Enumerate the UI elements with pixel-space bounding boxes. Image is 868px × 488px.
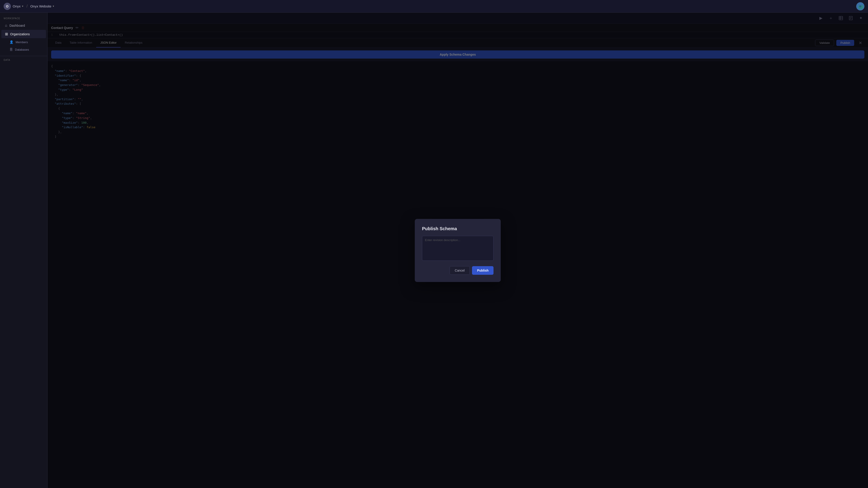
- topbar: O Onyx ▼ / Onyx Website ▼: [0, 0, 868, 13]
- home-icon: ⌂: [5, 24, 7, 28]
- org-avatar[interactable]: O: [4, 3, 11, 10]
- modal-overlay: Publish Schema Cancel Publish: [48, 13, 868, 488]
- org-name: Onyx: [13, 4, 21, 8]
- sidebar: WORKSPACE ⌂ Dashboard ⊞ Organizations 👤 …: [0, 13, 48, 488]
- main-layout: WORKSPACE ⌂ Dashboard ⊞ Organizations 👤 …: [0, 13, 868, 488]
- topbar-org[interactable]: Onyx ▼: [13, 4, 24, 8]
- members-label: Members: [16, 40, 28, 44]
- modal-title: Publish Schema: [422, 226, 494, 231]
- databases-icon: 🗄: [9, 48, 13, 51]
- sidebar-item-members[interactable]: 👤 Members: [1, 38, 46, 46]
- sidebar-item-organizations[interactable]: ⊞ Organizations: [1, 30, 46, 38]
- members-icon: 👤: [9, 40, 13, 44]
- user-avatar[interactable]: [856, 2, 864, 10]
- revision-description-input[interactable]: [422, 236, 494, 261]
- sidebar-divider: [0, 56, 47, 56]
- cancel-button[interactable]: Cancel: [450, 266, 470, 275]
- sidebar-item-databases[interactable]: 🗄 Databases: [1, 46, 46, 53]
- modal-actions: Cancel Publish: [422, 266, 494, 275]
- sidebar-item-dashboard[interactable]: ⌂ Dashboard: [1, 22, 46, 30]
- organizations-icon: ⊞: [5, 32, 8, 36]
- org-caret: ▼: [22, 5, 24, 7]
- content-area: ▶ ＋ ✦ Contact: [48, 13, 868, 488]
- data-label: DATA: [0, 59, 47, 61]
- svg-point-1: [859, 5, 862, 7]
- publish-modal-button[interactable]: Publish: [472, 266, 494, 275]
- publish-schema-modal: Publish Schema Cancel Publish: [415, 219, 501, 282]
- topbar-project[interactable]: Onyx Website ▼: [30, 4, 55, 8]
- organizations-label: Organizations: [10, 32, 30, 36]
- avatar-image: [856, 2, 864, 10]
- project-name: Onyx Website: [30, 4, 51, 8]
- dashboard-label: Dashboard: [9, 24, 25, 27]
- project-caret: ▼: [52, 5, 55, 7]
- workspace-label: WORKSPACE: [0, 17, 47, 20]
- topbar-separator: /: [27, 4, 28, 9]
- databases-label: Databases: [15, 48, 29, 51]
- topbar-left: O Onyx ▼ / Onyx Website ▼: [4, 3, 856, 10]
